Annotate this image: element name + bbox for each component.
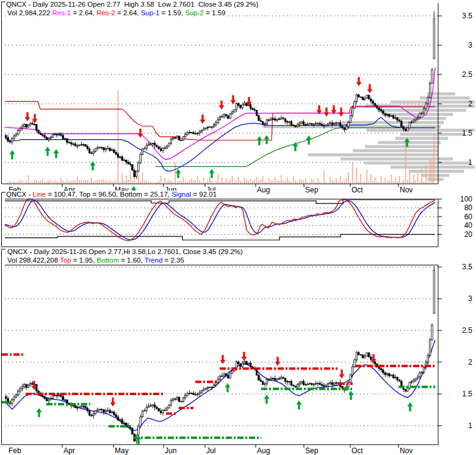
svg-text:20: 20 <box>464 230 473 239</box>
top-level-value: = 1.95, <box>71 257 97 264</box>
svg-text:1: 1 <box>468 158 472 167</box>
svg-text:80: 80 <box>464 203 473 212</box>
svg-text:2.5: 2.5 <box>462 326 472 335</box>
svg-text:3.5: 3.5 <box>462 263 472 271</box>
svg-text:60: 60 <box>464 213 473 221</box>
trend-value: = 2.35 <box>162 257 184 264</box>
svg-text:Nov: Nov <box>400 446 413 455</box>
svg-text:2: 2 <box>468 100 472 108</box>
svg-text:Oct: Oct <box>352 186 363 194</box>
svg-text:Feb: Feb <box>9 446 21 455</box>
trend-label: Trend <box>145 257 163 264</box>
svg-text:1.5: 1.5 <box>462 129 472 137</box>
svg-text:3: 3 <box>468 294 472 303</box>
res2-legend-value: = 2.64, <box>115 9 141 16</box>
bottom-panel-legend: Vol 298,422,208 Top = 1.95, Bottom = 1.6… <box>7 257 184 264</box>
svg-text:Oct: Oct <box>352 446 363 455</box>
res2-legend-label: Res-2 <box>96 9 115 16</box>
svg-text:40: 40 <box>464 221 473 230</box>
sup2-legend-label: Sup-2 <box>185 9 204 16</box>
bottom-panel-title-text: QNCX - Daily 2025-11-26 Open 2.77,Hi 3.5… <box>7 248 243 255</box>
oscillator-symbol: QNCX - <box>6 191 32 198</box>
top-volume-label: Vol 2,984,222 <box>7 9 52 16</box>
bottom-level-label: Bottom <box>97 257 119 264</box>
top-panel-title: QNCX - Daily 2025-11-26 Open 2.77 High 3… <box>6 1 258 9</box>
bottom-panel-title: QNCX - Daily 2025-11-26 Open 2.77,Hi 3.5… <box>7 248 243 256</box>
svg-text:Aug: Aug <box>257 446 270 455</box>
svg-text:Jul: Jul <box>206 446 215 455</box>
svg-text:3.5: 3.5 <box>462 12 472 20</box>
sup2-legend-value: = 1.59 <box>204 9 226 16</box>
top-panel-legend: Vol 2,984,222 Res-1 = 2.64, Res-2 = 2.64… <box>7 9 225 17</box>
svg-text:100: 100 <box>460 195 472 203</box>
res1-legend-value: = 2.64, <box>71 9 96 16</box>
charts-canvas: 3.532.521.51FebAprMayJunJulAugSepOctNov1… <box>0 0 476 455</box>
svg-text:1: 1 <box>468 421 472 430</box>
top-level-label: Top <box>60 257 71 264</box>
oscillator-line-values: = 100.47, Top = 96.50, Bottom = 25.17, <box>46 191 171 198</box>
svg-text:Jun: Jun <box>165 446 176 455</box>
top-panel-title-text: QNCX - Daily 2025-11-26 Open 2.77 High 3… <box>6 1 258 8</box>
svg-text:Sep: Sep <box>305 186 319 194</box>
svg-text:2.5: 2.5 <box>462 70 472 79</box>
svg-text:Aug: Aug <box>257 186 270 194</box>
sup1-legend-value: = 1.59, <box>159 9 185 16</box>
oscillator-line-label: Line <box>32 191 46 198</box>
svg-text:3: 3 <box>468 41 472 49</box>
svg-text:2: 2 <box>468 358 472 366</box>
svg-text:1.5: 1.5 <box>462 390 472 398</box>
oscillator-panel-title: QNCX - Line = 100.47, Top = 96.50, Botto… <box>6 191 217 198</box>
sup1-legend-label: Sup-1 <box>141 9 160 16</box>
oscillator-signal-label: Signal <box>171 191 191 198</box>
stock-chart-application: 3.532.521.51FebAprMayJunJulAugSepOctNov1… <box>0 0 476 455</box>
svg-text:Nov: Nov <box>400 186 413 194</box>
res1-legend-label: Res-1 <box>52 9 71 16</box>
svg-text:Sep: Sep <box>305 446 319 455</box>
bottom-level-value: = 1.60, <box>119 257 145 264</box>
oscillator-signal-value: = 92.01 <box>191 191 217 198</box>
svg-text:May: May <box>115 446 129 455</box>
svg-text:Apr: Apr <box>63 446 75 455</box>
bottom-volume-label: Vol 298,422,208 <box>7 257 60 264</box>
